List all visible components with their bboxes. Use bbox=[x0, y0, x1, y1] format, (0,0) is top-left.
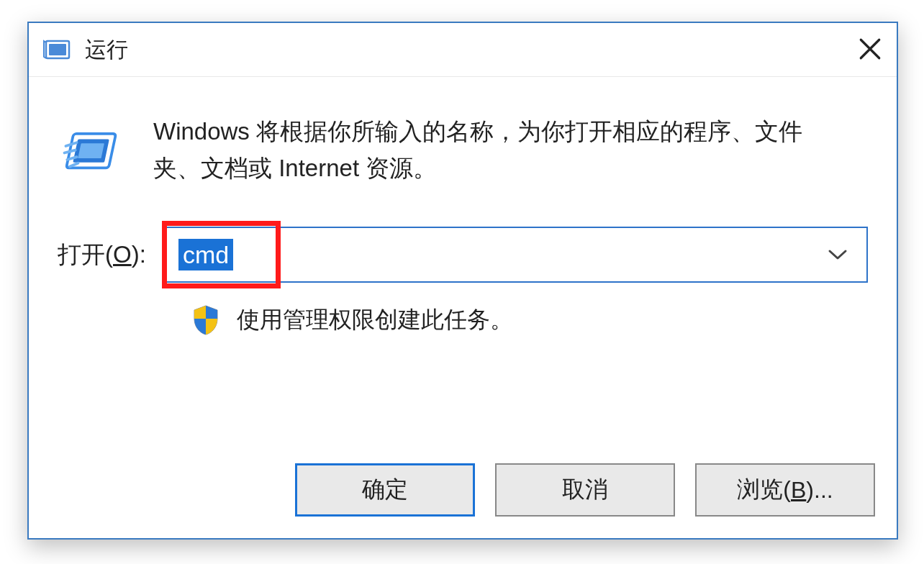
dialog-content: Windows 将根据你所输入的名称，为你打开相应的程序、文件夹、文档或 Int… bbox=[29, 77, 897, 336]
window-title: 运行 bbox=[85, 35, 128, 65]
description-text: Windows 将根据你所输入的名称，为你打开相应的程序、文件夹、文档或 Int… bbox=[153, 113, 844, 186]
open-row: 打开(O): cmd bbox=[58, 227, 868, 283]
dialog-buttons: 确定 取消 浏览(B)... bbox=[295, 463, 875, 517]
shield-icon bbox=[191, 304, 221, 336]
admin-privilege-text: 使用管理权限创建此任务。 bbox=[237, 304, 513, 336]
description-row: Windows 将根据你所输入的名称，为你打开相应的程序、文件夹、文档或 Int… bbox=[58, 113, 868, 187]
admin-row: 使用管理权限创建此任务。 bbox=[191, 304, 868, 336]
run-app-icon bbox=[43, 38, 72, 61]
close-button[interactable] bbox=[850, 30, 889, 70]
browse-button[interactable]: 浏览(B)... bbox=[695, 463, 875, 517]
run-dialog: 运行 Windows 将根据你所输入的名称，为你打开相应的程序、文件夹、文档或 … bbox=[27, 22, 898, 540]
close-icon bbox=[858, 37, 882, 64]
svg-rect-4 bbox=[78, 143, 104, 158]
open-label: 打开(O): bbox=[58, 239, 166, 271]
open-combo-wrap: cmd bbox=[166, 227, 868, 283]
svg-rect-1 bbox=[49, 44, 66, 55]
open-combobox[interactable]: cmd bbox=[166, 227, 868, 283]
chevron-down-icon[interactable] bbox=[828, 249, 848, 260]
titlebar: 运行 bbox=[29, 23, 897, 77]
open-input-value: cmd bbox=[178, 239, 233, 271]
ok-button[interactable]: 确定 bbox=[295, 463, 475, 517]
run-large-icon bbox=[58, 119, 126, 187]
cancel-button[interactable]: 取消 bbox=[495, 463, 675, 517]
